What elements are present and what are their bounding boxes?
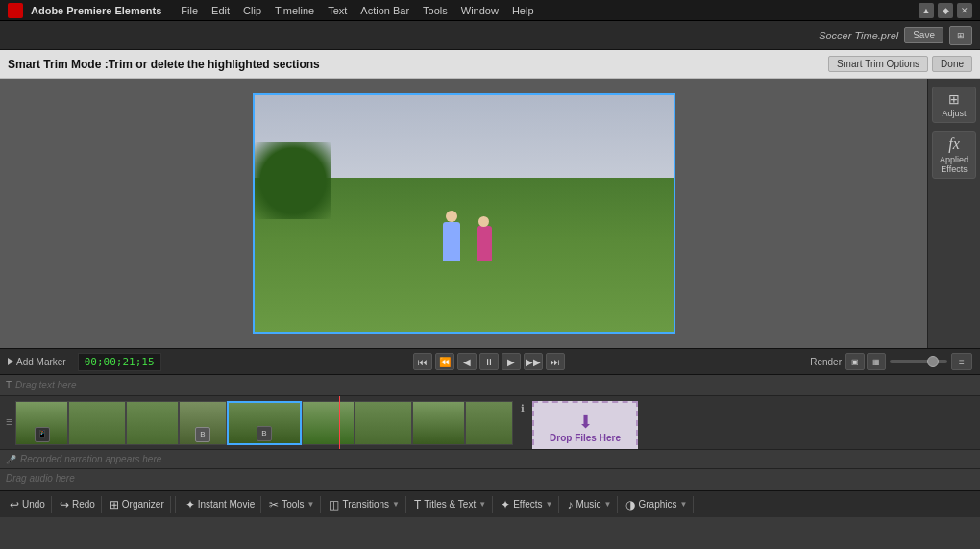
video-frame: [253, 93, 675, 334]
drop-files-label: Drop Files Here: [550, 433, 621, 443]
film-thumb-7[interactable]: [355, 401, 412, 445]
timecode-display: 00;00;21;15: [78, 353, 161, 371]
music-button[interactable]: ♪ Music ▼: [561, 496, 618, 513]
adjust-label: Adjust: [942, 109, 966, 118]
menu-bar-right: ▲ ◆ ✕: [919, 3, 972, 18]
organizer-button[interactable]: ⊞ Organizer: [104, 496, 171, 513]
go-to-end-button[interactable]: ⏭: [546, 353, 565, 370]
done-button[interactable]: Done: [932, 56, 972, 72]
film-thumb-3[interactable]: [126, 401, 179, 445]
app-logo: [8, 3, 23, 18]
video-track-label: ☰: [0, 418, 15, 427]
tools-chevron-icon: ▼: [307, 500, 315, 509]
player2: [477, 226, 492, 261]
transport-bar: Add Marker 00;00;21;15 ⏮ ⏪ ◀ ⏸ ▶ ▶▶ ⏭ Re…: [0, 348, 980, 375]
tools-label: Tools: [282, 499, 304, 510]
project-name: Soccer Time.prel: [819, 30, 898, 41]
organizer-label: Organizer: [122, 499, 164, 510]
music-icon: ♪: [567, 498, 573, 512]
menu-file[interactable]: File: [175, 3, 204, 18]
step-back-button[interactable]: ⏪: [435, 353, 454, 370]
transitions-label: Transitions: [342, 499, 389, 510]
bottom-toolbar: ↩ Undo ↪ Redo ⊞ Organizer ✦ Instant Movi…: [0, 490, 980, 517]
titles-text-label: Titles & Text: [424, 499, 476, 510]
workspace-icon[interactable]: ⊞: [949, 26, 972, 45]
applied-effects-button[interactable]: fx Applied Effects: [932, 131, 976, 179]
graphics-icon: ◑: [625, 498, 635, 512]
undo-label: Undo: [22, 499, 45, 510]
text-track: T Drag text here: [0, 375, 980, 396]
trees-left: [255, 142, 331, 219]
menu-tools[interactable]: Tools: [417, 3, 453, 18]
add-marker-button[interactable]: Add Marker: [8, 357, 66, 367]
video-track: ☰ 📱 B B: [0, 396, 980, 450]
film-thumb-9[interactable]: [465, 401, 513, 445]
redo-button[interactable]: ↪ Redo: [54, 496, 102, 513]
go-to-start-button[interactable]: ⏮: [413, 353, 432, 370]
film-thumb-2[interactable]: [68, 401, 126, 445]
drop-arrow-icon: ⬇: [578, 412, 593, 433]
track-info-icon: ℹ: [513, 401, 532, 445]
instant-movie-button[interactable]: ✦ Instant Movie: [180, 496, 261, 513]
smart-trim-title: Smart Trim Mode :Trim or delete the high…: [8, 58, 828, 71]
clip-icon-4: B: [195, 427, 210, 442]
graphics-label: Graphics: [638, 499, 676, 510]
film-thumb-8[interactable]: [412, 401, 465, 445]
titles-chevron-icon: ▼: [478, 500, 486, 509]
undo-icon: ↩: [10, 498, 19, 512]
menu-timeline[interactable]: Timeline: [269, 3, 320, 18]
redo-icon: ↪: [60, 498, 69, 512]
narration-track-icon: 🎤: [6, 455, 16, 464]
app-name: Adobe Premiere Elements: [31, 5, 161, 16]
film-thumb-1[interactable]: 📱: [15, 401, 68, 445]
adjust-button[interactable]: ⊞ Adjust: [932, 87, 976, 123]
right-panel: ⊞ Adjust fx Applied Effects: [927, 79, 980, 348]
title-bar: Soccer Time.prel Save ⊞: [0, 21, 980, 50]
menu-clip[interactable]: Clip: [237, 3, 267, 18]
titles-text-button[interactable]: T Titles & Text ▼: [408, 496, 493, 513]
film-thumb-5[interactable]: B: [227, 401, 302, 445]
save-button[interactable]: Save: [904, 27, 943, 43]
frame-back-button[interactable]: ◀: [457, 353, 477, 370]
audio-track: Drag audio here: [0, 469, 980, 487]
film-thumb-6[interactable]: [302, 401, 355, 445]
render-menu-button[interactable]: ≡: [951, 353, 972, 370]
transitions-button[interactable]: ◫ Transitions ▼: [323, 496, 405, 513]
render-label: Render: [810, 357, 842, 367]
player1: [443, 222, 460, 261]
smart-trim-options-button[interactable]: Smart Trim Options: [828, 56, 928, 72]
video-track-content: 📱 B B: [15, 396, 980, 449]
close-icon[interactable]: ✕: [957, 3, 972, 18]
effects-chevron-icon: ▼: [546, 500, 553, 509]
film-thumb-4[interactable]: B: [179, 401, 227, 445]
minimize-icon[interactable]: ▲: [919, 3, 934, 18]
menu-text[interactable]: Text: [322, 3, 353, 18]
menu-edit[interactable]: Edit: [206, 3, 235, 18]
music-chevron-icon: ▼: [604, 500, 612, 509]
pause-button[interactable]: ⏸: [479, 353, 499, 370]
render-slider[interactable]: [890, 360, 947, 363]
restore-icon[interactable]: ◆: [938, 3, 953, 18]
effects-label: Effects: [513, 499, 542, 510]
play-button[interactable]: ▶: [502, 353, 521, 370]
menu-bar: Adobe Premiere Elements File Edit Clip T…: [0, 0, 980, 21]
drop-files-zone[interactable]: ⬇ Drop Files Here: [532, 401, 638, 450]
music-label: Music: [576, 499, 600, 510]
video-preview: [0, 79, 927, 348]
tools-button[interactable]: ✂ Tools ▼: [263, 496, 321, 513]
frame-forward-button[interactable]: ▶▶: [524, 353, 543, 370]
render-quality-low[interactable]: ▣: [845, 353, 865, 370]
transitions-chevron-icon: ▼: [392, 500, 400, 509]
effects-button[interactable]: ✦ Effects ▼: [495, 496, 559, 513]
graphics-button[interactable]: ◑ Graphics ▼: [620, 496, 694, 513]
organizer-icon: ⊞: [110, 498, 119, 512]
undo-button[interactable]: ↩ Undo: [4, 496, 52, 513]
menu-window[interactable]: Window: [455, 3, 504, 18]
timeline-area: T Drag text here ☰ 📱 B: [0, 375, 980, 490]
main-content: ⊞ Adjust fx Applied Effects: [0, 79, 980, 348]
effects-star-icon: ✦: [501, 498, 510, 512]
menu-help[interactable]: Help: [506, 3, 540, 18]
render-quality-high[interactable]: ▦: [867, 353, 886, 370]
menu-action-bar[interactable]: Action Bar: [355, 3, 415, 18]
audio-placeholder: Drag audio here: [6, 473, 75, 484]
